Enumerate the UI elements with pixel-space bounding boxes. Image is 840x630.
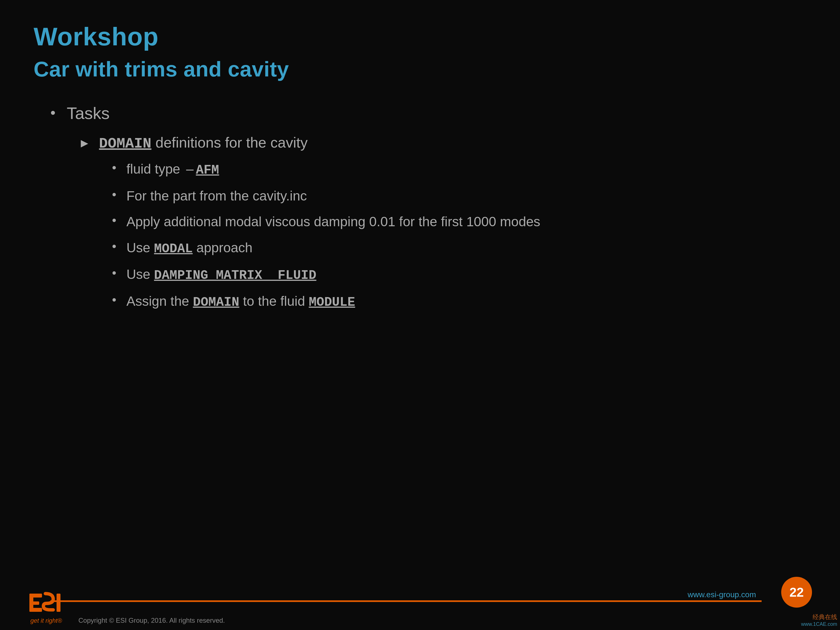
item-text-4: Use MODAL approach [126, 239, 252, 257]
sub-list: ► DOMAIN definitions for the cavity • fl… [51, 134, 807, 311]
tasks-item: • Tasks [51, 104, 807, 123]
slide: Workshop Car with trims and cavity • Tas… [0, 0, 840, 630]
domain-keyword: DOMAIN [99, 136, 152, 152]
list-item: • fluid type –AFM [112, 160, 807, 179]
bullet-dot: • [112, 267, 116, 279]
item-text-6: Assign the DOMAIN to the fluid MODULE [126, 293, 355, 311]
esi-logo [28, 591, 65, 616]
item-text-1: fluid type –AFM [126, 160, 219, 179]
logo-area: get it right® [28, 591, 65, 624]
title-subtitle: Car with trims and cavity [33, 57, 807, 81]
bullet-dot: • [112, 214, 116, 227]
footer-website: www.esi-group.com [688, 590, 756, 599]
list-item: • Use DAMPING_MATRIX FLUID [112, 266, 807, 284]
item-text-3: Apply additional modal viscous damping 0… [126, 213, 540, 231]
svg-rect-3 [29, 608, 42, 612]
domain-text: DOMAIN definitions for the cavity [99, 134, 308, 152]
svg-rect-1 [29, 594, 42, 597]
footer: get it right® www.esi-group.com 22 Copyr… [0, 585, 840, 630]
domain-row: ► DOMAIN definitions for the cavity [78, 134, 807, 152]
svg-rect-4 [57, 594, 60, 612]
item-text-5: Use DAMPING_MATRIX FLUID [126, 266, 316, 284]
page-number: 22 [781, 577, 812, 608]
bullet-dot: • [112, 240, 116, 253]
list-item: • Apply additional modal viscous damping… [112, 213, 807, 231]
orange-divider [51, 600, 762, 602]
bullet-dot: • [112, 294, 116, 306]
bullet-dot: • [112, 161, 116, 174]
svg-rect-2 [29, 602, 39, 605]
title-workshop: Workshop [33, 22, 807, 51]
tasks-label: Tasks [66, 104, 109, 123]
list-item: • Assign the DOMAIN to the fluid MODULE [112, 293, 807, 311]
arrow-bullet: ► [78, 136, 91, 150]
watermark: 经典在线 www.1CAE.com [801, 613, 837, 627]
logo-tagline: get it right® [30, 617, 62, 624]
list-item: • For the part from the cavity.inc [112, 187, 807, 205]
sub-sub-list: • fluid type –AFM • For the part from th… [78, 160, 807, 311]
bullet-dot: • [112, 188, 116, 201]
tasks-bullet: • [51, 105, 55, 120]
item-text-2: For the part from the cavity.inc [126, 187, 307, 205]
content-area: • Tasks ► DOMAIN definitions for the cav… [33, 104, 807, 311]
list-item: • Use MODAL approach [112, 239, 807, 257]
copyright-text: Copyright © ESI Group, 2016. All rights … [78, 617, 225, 624]
